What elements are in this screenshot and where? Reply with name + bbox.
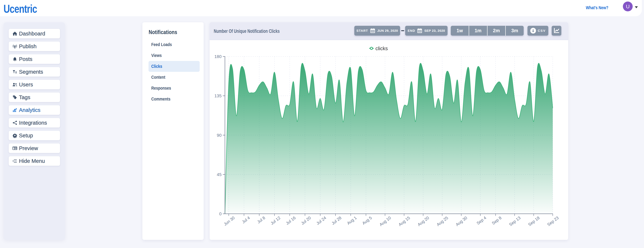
svg-text:Sep 8: Sep 8 [491,215,502,226]
svg-text:Sep 4: Sep 4 [476,215,487,226]
svg-text:Aug 5: Aug 5 [361,215,373,226]
svg-text:Aug 1: Aug 1 [346,215,358,226]
svg-text:90: 90 [217,133,222,138]
svg-text:180: 180 [214,54,222,59]
svg-text:0: 0 [219,211,222,216]
svg-text:Aug 15: Aug 15 [398,215,411,227]
svg-text:Sep 13: Sep 13 [508,215,521,227]
svg-text:Jul 4: Jul 4 [241,215,251,224]
svg-text:Jul 20: Jul 20 [300,215,312,226]
svg-text:Aug 25: Aug 25 [436,215,449,227]
svg-text:Sep 18: Sep 18 [527,215,540,227]
svg-text:Jul 28: Jul 28 [331,215,342,226]
svg-text:Aug 20: Aug 20 [417,215,430,227]
svg-text:Jul 24: Jul 24 [316,215,327,226]
svg-text:Aug 30: Aug 30 [455,215,468,227]
svg-text:Jul 12: Jul 12 [270,215,282,226]
svg-text:135: 135 [214,93,222,98]
svg-text:Sep 23: Sep 23 [546,215,560,227]
svg-text:Jul 16: Jul 16 [285,215,296,226]
svg-text:Aug 10: Aug 10 [379,215,392,227]
svg-text:Jun 30: Jun 30 [223,215,236,227]
svg-text:45: 45 [217,172,222,177]
svg-text:Jul 8: Jul 8 [256,215,266,224]
svg-text:clicks: clicks [376,46,388,51]
